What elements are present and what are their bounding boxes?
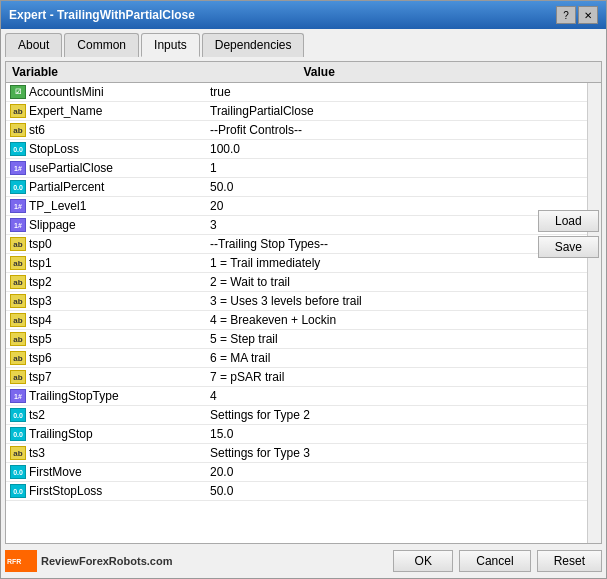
row-variable: ts3 (29, 446, 45, 460)
row-value: 100.0 (206, 141, 587, 157)
row-value: 50.0 (206, 483, 587, 499)
table-row[interactable]: ab ts3 Settings for Type 3 (6, 444, 587, 463)
table-row[interactable]: 0.0 FirstMove 20.0 (6, 463, 587, 482)
row-icon: 0.0 (10, 427, 26, 441)
row-icon: ab (10, 313, 26, 327)
row-variable: tsp4 (29, 313, 52, 327)
row-icon: 0.0 (10, 408, 26, 422)
cancel-button[interactable]: Cancel (459, 550, 530, 572)
row-value: 50.0 (206, 179, 587, 195)
table-row[interactable]: ab tsp6 6 = MA trail (6, 349, 587, 368)
table-row[interactable]: ab st6 --Profit Controls-- (6, 121, 587, 140)
row-value: 20 (206, 198, 587, 214)
table-row[interactable]: 1# TP_Level1 20 (6, 197, 587, 216)
row-value: 20.0 (206, 464, 587, 480)
tab-bar: About Common Inputs Dependencies (5, 33, 602, 57)
watermark-text: ReviewForexRobots.com (41, 555, 172, 567)
table-row[interactable]: ab tsp5 5 = Step trail (6, 330, 587, 349)
table-row[interactable]: ab tsp1 1 = Trail immediately (6, 254, 587, 273)
col-header-value: Value (304, 65, 596, 79)
row-value: 1 = Trail immediately (206, 255, 587, 271)
row-variable: tsp3 (29, 294, 52, 308)
title-controls: ? ✕ (556, 6, 598, 24)
row-icon: 0.0 (10, 484, 26, 498)
col-header-variable: Variable (12, 65, 304, 79)
row-icon: ab (10, 104, 26, 118)
row-value: true (206, 84, 587, 100)
row-variable: TrailingStopType (29, 389, 119, 403)
help-button[interactable]: ? (556, 6, 576, 24)
table-body: ☑ AccountIsMini true ab Expert_Name Trai… (6, 83, 587, 543)
table-row[interactable]: 0.0 PartialPercent 50.0 (6, 178, 587, 197)
table-row[interactable]: 1# Slippage 3 (6, 216, 587, 235)
dialog-window: Expert - TrailingWithPartialClose ? ✕ Ab… (0, 0, 607, 579)
tab-inputs[interactable]: Inputs (141, 33, 200, 57)
row-value: 5 = Step trail (206, 331, 587, 347)
row-icon: ab (10, 332, 26, 346)
ok-button[interactable]: OK (393, 550, 453, 572)
row-variable: TrailingStop (29, 427, 93, 441)
tab-dependencies[interactable]: Dependencies (202, 33, 305, 57)
row-value: --Trailing Stop Types-- (206, 236, 587, 252)
row-variable: tsp7 (29, 370, 52, 384)
table-row[interactable]: 0.0 StopLoss 100.0 (6, 140, 587, 159)
row-variable: TP_Level1 (29, 199, 86, 213)
row-icon: ab (10, 446, 26, 460)
table-row[interactable]: ab Expert_Name TrailingPartialClose (6, 102, 587, 121)
row-variable: ts2 (29, 408, 45, 422)
close-button[interactable]: ✕ (578, 6, 598, 24)
tab-common[interactable]: Common (64, 33, 139, 57)
row-variable: StopLoss (29, 142, 79, 156)
row-icon: ☑ (10, 85, 26, 99)
row-variable: tsp2 (29, 275, 52, 289)
row-variable: tsp5 (29, 332, 52, 346)
row-value: 15.0 (206, 426, 587, 442)
save-button[interactable]: Save (538, 236, 599, 258)
tab-content-panel: Variable Value ☑ AccountIsMini true ab E… (5, 61, 602, 544)
row-variable: tsp0 (29, 237, 52, 251)
row-value: 1 (206, 160, 587, 176)
table-row[interactable]: 0.0 ts2 Settings for Type 2 (6, 406, 587, 425)
row-variable: usePartialClose (29, 161, 113, 175)
table-row[interactable]: ab tsp3 3 = Uses 3 levels before trail (6, 292, 587, 311)
row-icon: ab (10, 351, 26, 365)
row-icon: 1# (10, 199, 26, 213)
row-variable: AccountIsMini (29, 85, 104, 99)
dialog-content: About Common Inputs Dependencies Variabl… (1, 29, 606, 578)
row-value: Settings for Type 3 (206, 445, 587, 461)
row-variable: st6 (29, 123, 45, 137)
table-row[interactable]: 0.0 TrailingStop 15.0 (6, 425, 587, 444)
table-row[interactable]: 1# TrailingStopType 4 (6, 387, 587, 406)
row-icon: 1# (10, 389, 26, 403)
table-row[interactable]: ab tsp2 2 = Wait to trail (6, 273, 587, 292)
row-icon: 0.0 (10, 142, 26, 156)
load-button[interactable]: Load (538, 210, 599, 232)
table-header: Variable Value (6, 62, 601, 83)
row-variable: PartialPercent (29, 180, 104, 194)
row-icon: 1# (10, 161, 26, 175)
row-value: 4 = Breakeven + Lockin (206, 312, 587, 328)
table-row[interactable]: 0.0 FirstStopLoss 50.0 (6, 482, 587, 501)
table-row[interactable]: ab tsp0 --Trailing Stop Types-- (6, 235, 587, 254)
row-value: Settings for Type 2 (206, 407, 587, 423)
table-row[interactable]: ☑ AccountIsMini true (6, 83, 587, 102)
row-variable: FirstStopLoss (29, 484, 102, 498)
row-variable: Expert_Name (29, 104, 102, 118)
row-variable: FirstMove (29, 465, 82, 479)
svg-text:RFR: RFR (7, 558, 21, 565)
watermark: RFR ReviewForexRobots.com (5, 550, 172, 572)
row-icon: ab (10, 275, 26, 289)
row-icon: ab (10, 237, 26, 251)
bottom-area: RFR ReviewForexRobots.com OK Cancel Rese… (5, 544, 602, 574)
footer-buttons: OK Cancel Reset (393, 550, 602, 572)
row-icon: 0.0 (10, 465, 26, 479)
row-variable: tsp1 (29, 256, 52, 270)
tab-about[interactable]: About (5, 33, 62, 57)
row-variable: Slippage (29, 218, 76, 232)
table-row[interactable]: 1# usePartialClose 1 (6, 159, 587, 178)
reset-button[interactable]: Reset (537, 550, 602, 572)
table-row[interactable]: ab tsp4 4 = Breakeven + Lockin (6, 311, 587, 330)
row-value: 4 (206, 388, 587, 404)
window-title: Expert - TrailingWithPartialClose (9, 8, 195, 22)
table-row[interactable]: ab tsp7 7 = pSAR trail (6, 368, 587, 387)
